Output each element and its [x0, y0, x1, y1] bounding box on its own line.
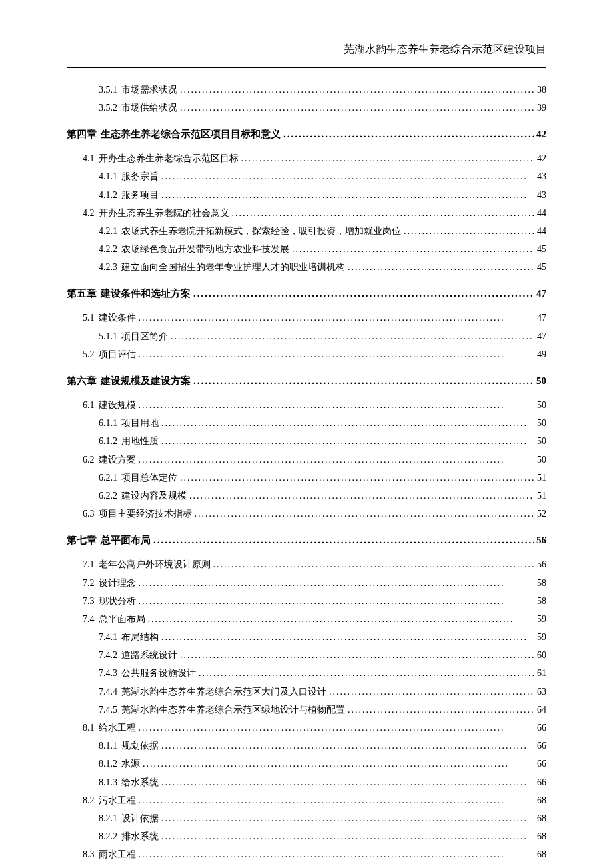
toc-entry: 3.5.1市场需求状况.............................… [67, 81, 546, 98]
toc-entry: 4.2.2农场绿色食品开发带动地方农业科技发展.................… [67, 241, 546, 257]
toc-entry: 8.3.1雨水量计算..............................… [67, 865, 546, 868]
toc-entry: 8.3雨水工程.................................… [67, 846, 546, 863]
toc-page-number: 38 [537, 81, 546, 98]
toc-leader-dots: ........................................… [180, 469, 534, 486]
toc-entry: 7.2设计理念.................................… [67, 575, 546, 591]
toc-leader-dots: ........................................… [161, 629, 534, 645]
toc-entry: 4.2.3建立面向全国招生的老年专业护理人才的职业培训机构...........… [67, 259, 546, 275]
toc-number: 4.1.1 [99, 168, 117, 185]
toc-entry: 5.1.1项目区简介..............................… [67, 328, 546, 345]
toc-title: 老年公寓户外环境设计原则 [99, 556, 211, 573]
toc-leader-dots: ........................................… [195, 505, 535, 522]
toc-number: 第七章 [67, 531, 97, 549]
toc-number: 4.2 [83, 205, 95, 221]
toc-leader-dots: ........................................… [241, 150, 535, 167]
toc-leader-dots: ........................................… [404, 223, 534, 239]
toc-entry: 6.1.1项目用地...............................… [67, 415, 546, 431]
toc-entry: 7.4总平面布局................................… [67, 611, 546, 627]
toc-entry: 4.1开办生态养生养老综合示范区目标......................… [67, 150, 546, 167]
toc-leader-dots: ........................................… [199, 665, 534, 681]
toc-number: 6.2.1 [99, 469, 117, 486]
toc-title: 农场式养生养老院开拓新模式，探索经验，吸引投资，增加就业岗位 [121, 223, 401, 239]
toc-page-number: 64 [537, 701, 546, 718]
toc-page-number: 47 [536, 285, 546, 303]
toc-entry: 5.2项目评估.................................… [67, 346, 546, 363]
toc-title: 道路系统设计 [121, 647, 177, 663]
toc-number: 8.2 [83, 792, 95, 809]
toc-leader-dots: ........................................… [161, 415, 534, 431]
toc-title: 给水系统 [121, 774, 159, 791]
toc-entry: 3.5.2市场供给状况.............................… [67, 99, 546, 116]
toc-entry: 8.1.3给水系统...............................… [67, 774, 546, 791]
toc-entry: 4.1.2服务项目...............................… [67, 187, 546, 203]
toc-title: 建设内容及规模 [121, 487, 187, 504]
toc-leader-dots: ........................................… [213, 556, 535, 573]
toc-entry: 8.2.2排水系统...............................… [67, 828, 546, 845]
toc-title: 用地性质 [121, 433, 159, 449]
toc-leader-dots: ........................................… [189, 487, 534, 504]
toc-title: 服务项目 [121, 187, 159, 203]
toc-title: 开办生态养生养老院的社会意义 [99, 205, 229, 221]
toc-page-number: 47 [537, 309, 546, 326]
toc-entry: 6.2建设方案.................................… [67, 451, 546, 468]
toc-page-number: 47 [537, 328, 546, 345]
toc-page-number: 68 [537, 828, 546, 845]
toc-title: 农场绿色食品开发带动地方农业科技发展 [121, 241, 289, 257]
toc-leader-dots: ........................................… [232, 205, 535, 221]
toc-number: 7.2 [83, 575, 95, 591]
toc-leader-dots: ........................................… [161, 774, 534, 791]
toc-title: 设计依据 [121, 810, 159, 827]
toc-number: 5.1 [83, 309, 95, 326]
toc-leader-dots: ........................................… [143, 755, 534, 772]
toc-entry: 7.4.3公共服务设施设计...........................… [67, 665, 546, 681]
toc-page-number: 66 [537, 755, 546, 772]
toc-title: 生态养生养老综合示范区项目目标和意义 [101, 125, 281, 143]
toc-number: 8.2.2 [99, 828, 117, 845]
toc-number: 4.2.3 [99, 259, 117, 275]
toc-number: 8.1.1 [99, 737, 117, 754]
toc-leader-dots: ........................................… [329, 683, 534, 700]
toc-number: 5.1.1 [99, 328, 117, 345]
toc-leader-dots: ........................................… [171, 865, 534, 868]
toc-leader-dots: ........................................… [139, 451, 535, 468]
toc-number: 3.5.2 [99, 99, 117, 116]
toc-title: 建设条件和选址方案 [101, 285, 191, 303]
header-title: 芜湖水韵生态养生养老综合示范区建设项目 [344, 43, 546, 55]
toc-title: 芜湖水韵生态养生养老综合示范区绿地设计与植物配置 [121, 701, 345, 718]
toc-title: 雨水量计算 [121, 865, 168, 868]
toc-page-number: 68 [537, 865, 546, 868]
toc-number: 4.2.1 [99, 223, 117, 239]
toc-page-number: 63 [537, 683, 546, 700]
toc-title: 排水系统 [121, 828, 159, 845]
toc-leader-dots: ........................................… [139, 346, 535, 363]
toc-title: 市场需求状况 [121, 81, 177, 98]
toc-number: 7.1 [83, 556, 95, 573]
toc-number: 5.2 [83, 346, 95, 363]
toc-title: 项目总体定位 [121, 469, 177, 486]
toc-number: 6.2 [83, 451, 95, 468]
toc-title: 总平面布局 [99, 611, 145, 627]
toc-page-number: 68 [537, 810, 546, 827]
toc-leader-dots: ........................................… [139, 593, 535, 609]
toc-page-number: 60 [537, 647, 546, 663]
toc-number: 7.4.4 [99, 683, 117, 700]
toc-title: 现状分析 [99, 593, 136, 609]
toc-entry: 8.1.2水源.................................… [67, 755, 546, 772]
toc-leader-dots: ........................................… [180, 99, 534, 116]
toc-title: 建立面向全国招生的老年专业护理人才的职业培训机构 [121, 259, 345, 275]
toc-entry: 7.4.5芜湖水韵生态养生养老综合示范区绿地设计与植物配置...........… [67, 701, 546, 718]
toc-page-number: 52 [537, 505, 546, 522]
toc-title: 芜湖水韵生态养生养老综合示范区大门及入口设计 [121, 683, 326, 700]
toc-number: 7.4.3 [99, 665, 117, 681]
toc-leader-dots: ........................................… [161, 737, 534, 754]
toc-leader-dots: ........................................… [161, 810, 534, 827]
toc-page-number: 50 [536, 372, 546, 390]
toc-leader-dots: ........................................… [348, 701, 534, 718]
toc-page-number: 51 [537, 469, 546, 486]
toc-entry: 6.2.1项目总体定位.............................… [67, 469, 546, 486]
toc-entry: 8.1给水工程.................................… [67, 719, 546, 736]
toc-title: 污水工程 [99, 792, 136, 809]
toc-page-number: 43 [537, 187, 546, 203]
toc-leader-dots: ........................................… [180, 647, 534, 663]
toc-page-number: 49 [537, 346, 546, 363]
